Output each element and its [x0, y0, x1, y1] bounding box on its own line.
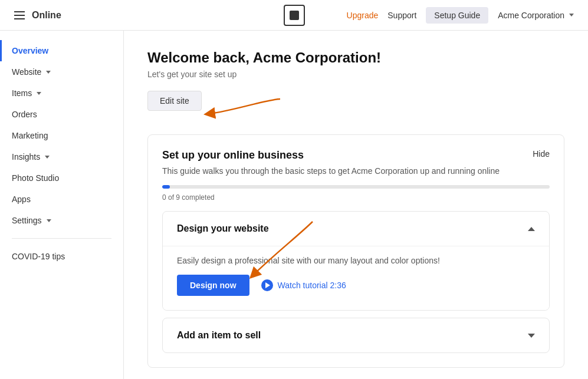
sidebar-item-label: Orders — [12, 110, 37, 119]
sidebar-item-apps[interactable]: Apps — [0, 189, 123, 210]
chevron-down-icon — [37, 92, 41, 95]
edit-site-button[interactable]: Edit site — [147, 91, 202, 111]
design-section-card: Design your website Easily design a prof… — [162, 211, 550, 311]
design-now-button[interactable]: Design now — [177, 275, 249, 296]
annotation-arrow — [198, 93, 316, 128]
setup-card-title: Set up your online business — [162, 149, 304, 162]
sidebar-item-label: Apps — [12, 195, 31, 204]
square-logo-icon — [284, 5, 305, 26]
play-icon — [261, 279, 273, 291]
sidebar: Overview Website Items Orders Marketing … — [0, 31, 124, 379]
sidebar-item-label: Photo Studio — [12, 173, 59, 183]
sidebar-item-label: Website — [12, 67, 41, 77]
sidebar-item-settings[interactable]: Settings — [0, 210, 123, 231]
account-name-label: Acme Corporation — [498, 11, 564, 20]
chevron-down-icon — [47, 219, 51, 222]
sidebar-divider — [12, 238, 111, 239]
chevron-down-icon — [46, 71, 51, 74]
header-right: Upgrade Support Setup Guide Acme Corpora… — [294, 7, 574, 24]
design-section-actions: Design now Watch tutorial 2:36 — [177, 275, 535, 296]
add-item-section-chevron-down-icon — [528, 334, 535, 338]
setup-guide-button[interactable]: Setup Guide — [426, 7, 488, 24]
header: Online Upgrade Support Setup Guide Acme … — [0, 0, 588, 31]
sidebar-item-marketing[interactable]: Marketing — [0, 125, 123, 146]
design-section-body: Easily design a professional site with o… — [163, 246, 549, 310]
sidebar-item-covid-tips[interactable]: COVID-19 tips — [0, 246, 123, 267]
sidebar-item-insights[interactable]: Insights — [0, 146, 123, 167]
design-section-chevron-up-icon — [528, 227, 535, 231]
sidebar-item-photo-studio[interactable]: Photo Studio — [0, 167, 123, 189]
hamburger-icon[interactable] — [14, 11, 25, 19]
sidebar-item-items[interactable]: Items — [0, 83, 123, 104]
logo-inner — [290, 11, 299, 20]
sidebar-item-label: Insights — [12, 152, 40, 162]
watch-tutorial-link[interactable]: Watch tutorial 2:36 — [261, 279, 346, 291]
setup-card: Set up your online business Hide This gu… — [147, 134, 564, 368]
edit-site-area: Edit site — [147, 91, 564, 130]
sidebar-item-website[interactable]: Website — [0, 61, 123, 83]
support-link[interactable]: Support — [387, 11, 416, 20]
setup-card-description: This guide walks you through the basic s… — [162, 166, 550, 176]
sidebar-item-label: Marketing — [12, 131, 48, 140]
account-chevron-icon — [569, 14, 574, 17]
sidebar-item-overview[interactable]: Overview — [0, 40, 123, 61]
watch-tutorial-label: Watch tutorial 2:36 — [278, 281, 346, 290]
layout: Overview Website Items Orders Marketing … — [0, 31, 588, 379]
progress-label: 0 of 9 completed — [162, 193, 550, 202]
sidebar-item-label: Items — [12, 88, 32, 98]
progress-bar-container — [162, 185, 550, 189]
upgrade-link[interactable]: Upgrade — [347, 11, 379, 20]
progress-bar-fill — [162, 185, 170, 189]
welcome-subtitle: Let's get your site set up — [147, 70, 564, 79]
sidebar-item-orders[interactable]: Orders — [0, 104, 123, 125]
play-triangle-icon — [265, 282, 270, 288]
chevron-down-icon — [45, 156, 50, 159]
add-item-section-title: Add an item to sell — [177, 330, 261, 341]
design-section-description: Easily design a professional site with o… — [177, 256, 535, 265]
sidebar-item-label: Overview — [12, 46, 48, 55]
setup-card-header: Set up your online business Hide — [162, 149, 550, 162]
brand-label: Online — [32, 10, 61, 21]
header-logo — [284, 5, 305, 26]
main-content: Welcome back, Acme Corporation! Let's ge… — [124, 31, 588, 379]
design-section-header[interactable]: Design your website — [163, 212, 549, 246]
hide-link[interactable]: Hide — [533, 149, 550, 159]
design-section-title: Design your website — [177, 223, 269, 234]
sidebar-item-label: COVID-19 tips — [12, 252, 65, 261]
add-item-section-card: Add an item to sell — [162, 318, 550, 353]
add-item-section-header[interactable]: Add an item to sell — [163, 318, 549, 352]
header-left: Online — [14, 10, 294, 21]
account-menu-button[interactable]: Acme Corporation — [498, 11, 574, 20]
welcome-title: Welcome back, Acme Corporation! — [147, 50, 564, 66]
sidebar-item-label: Settings — [12, 216, 42, 225]
